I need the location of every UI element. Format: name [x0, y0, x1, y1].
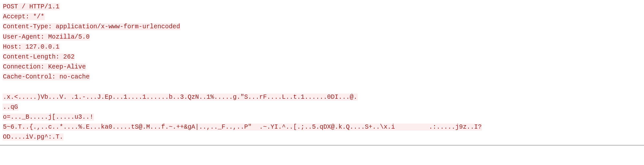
text: .x.<.....)Vb...V. .1.-...J.Ep...1....1..…	[3, 94, 358, 101]
http-body-line: .x.<.....)Vb...V. .1.-...J.Ep...1....1..…	[3, 92, 641, 102]
text: Host: 127.0.0.1	[3, 43, 60, 50]
text: ..qG	[3, 104, 18, 111]
http-header-content-type: Content-Type: application/x-www-form-url…	[3, 22, 641, 32]
http-header-connection: Connection: Keep-Alive	[3, 62, 641, 72]
http-request-line: POST / HTTP/1.1	[3, 2, 641, 12]
http-header-accept: Accept: */*	[3, 12, 641, 22]
text: OD....iV.pg^:.T.	[3, 133, 63, 141]
text: POST / HTTP/1.1	[3, 3, 60, 10]
text: Content-Length: 262	[3, 53, 75, 60]
http-body-line: OD....iV.pg^:.T.	[3, 132, 641, 142]
blank-line	[3, 82, 641, 92]
text: Content-Type: application/x-www-form-url…	[3, 23, 180, 30]
http-header-content-length: Content-Length: 262	[3, 52, 641, 62]
text: o=..._B.....j[.....u3..!	[3, 114, 94, 121]
http-body-line: ..qG	[3, 102, 641, 112]
http-body-line: 5~6.T..{.,..c..*....%.E...ka0.....tS@.M.…	[3, 122, 641, 132]
http-body-line: o=..._B.....j[.....u3..!	[3, 112, 641, 122]
http-header-cache-control: Cache-Control: no-cache	[3, 72, 641, 82]
text: 5~6.T..{.,..c..*....%.E...ka0.....tS@.M.…	[3, 124, 482, 131]
http-header-user-agent: User-Agent: Mozilla/5.0	[3, 32, 641, 42]
text: Connection: Keep-Alive	[3, 63, 86, 70]
http-header-host: Host: 127.0.0.1	[3, 42, 641, 52]
http-dump-block: POST / HTTP/1.1 Accept: */* Content-Type…	[0, 0, 644, 145]
text: Accept: */*	[3, 13, 45, 20]
text: User-Agent: Mozilla/5.0	[3, 33, 90, 41]
text: Cache-Control: no-cache	[3, 73, 90, 80]
